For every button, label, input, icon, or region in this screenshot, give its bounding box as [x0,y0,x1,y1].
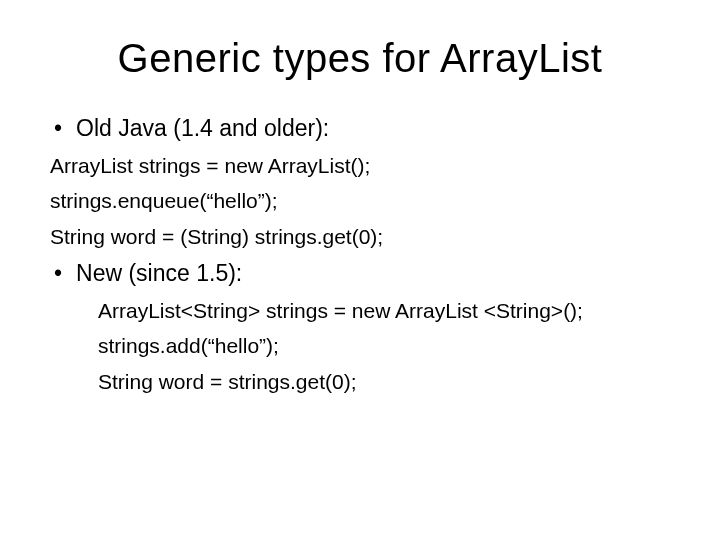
bullet-text: New (since 1.5): [76,256,242,291]
slide-content: • Old Java (1.4 and older): ArrayList st… [50,111,670,397]
code-line: String word = strings.get(0); [98,366,670,398]
code-line: ArrayList strings = new ArrayList(); [50,150,670,182]
bullet-item: • New (since 1.5): [54,256,670,291]
slide: Generic types for ArrayList • Old Java (… [0,0,720,540]
bullet-text: Old Java (1.4 and older): [76,111,329,146]
code-line: ArrayList<String> strings = new ArrayLis… [98,295,670,327]
bullet-item: • Old Java (1.4 and older): [54,111,670,146]
code-line: strings.add(“hello”); [98,330,670,362]
bullet-dot-icon: • [54,111,62,146]
bullet-dot-icon: • [54,256,62,291]
code-line: strings.enqueue(“hello”); [50,185,670,217]
code-line: String word = (String) strings.get(0); [50,221,670,253]
slide-title: Generic types for ArrayList [50,36,670,81]
